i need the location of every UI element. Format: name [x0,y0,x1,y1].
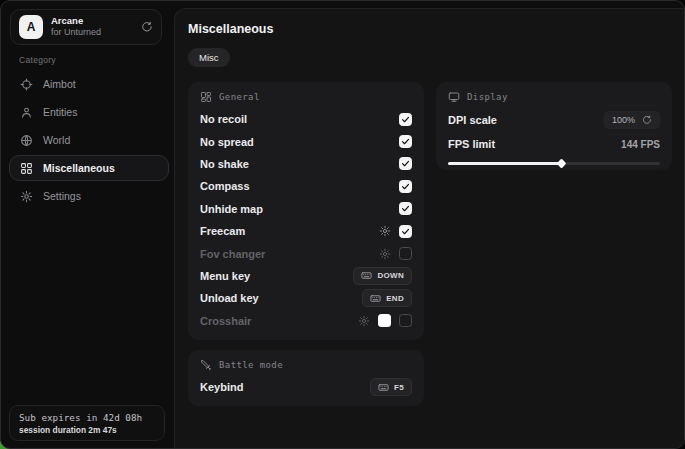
setting-label: Crosshair [200,315,251,327]
fps-limit-slider[interactable] [448,159,660,167]
tab-bar: Misc [188,48,230,67]
gear-icon [20,190,33,203]
monitor-icon [448,91,460,103]
app-meta: Arcane for Unturned [51,15,133,38]
row-controls [399,180,412,193]
setting-label: Menu key [200,270,250,282]
sidebar-item-aimbot[interactable]: Aimbot [9,71,169,97]
row-settings-gear-icon[interactable] [379,225,391,237]
app-avatar: A [19,15,43,39]
general-panel: General No recoilNo spreadNo shakeCompas… [188,82,424,340]
row-controls: END [362,289,412,307]
sidebar-item-label: Miscellaneous [43,162,115,174]
sidebar: A Arcane for Unturned Category AimbotEnt… [1,1,173,448]
keyboard-icon [378,382,389,393]
tab-misc[interactable]: Misc [188,48,230,67]
row-controls [358,314,412,327]
setting-row-crosshair: Crosshair [200,310,412,332]
sidebar-item-label: Entities [43,106,77,118]
setting-label: Unhide map [200,203,263,215]
checkbox[interactable] [399,135,412,148]
tab-label: Misc [199,52,219,63]
setting-label: Freecam [200,225,245,237]
session-duration-text: session duration 2m 47s [19,425,155,435]
display-panel: Display DPI scale 100% FPS limit 144 FPS [436,82,672,170]
crosshair-icon [20,78,33,91]
fps-limit-value: 144 FPS [621,139,660,150]
sidebar-item-entities[interactable]: Entities [9,99,169,125]
row-controls: F5 [370,378,412,396]
sidebar-item-settings[interactable]: Settings [9,183,169,209]
dpi-scale-control[interactable]: 100% [604,111,660,129]
setting-row-no-recoil: No recoil [200,108,412,130]
layout-icon [200,91,212,103]
check-icon [401,182,410,191]
setting-row-fov-changer: Fov changer [200,242,412,264]
setting-label: No spread [200,136,254,148]
setting-label: Keybind [200,381,243,393]
row-controls [399,113,412,126]
slider-handle[interactable] [557,158,567,168]
general-panel-title: General [219,92,260,102]
sidebar-item-miscellaneous[interactable]: Miscellaneous [9,155,169,181]
battle-mode-panel: Battle mode KeybindF5 [188,350,424,406]
main-content: Miscellaneous Misc General No recoilNo s… [174,8,684,448]
setting-label: Unload key [200,292,259,304]
app-subtitle: for Unturned [51,27,133,38]
row-controls: DOWN [353,267,412,285]
check-icon [401,159,410,168]
fps-limit-label: FPS limit [448,138,495,150]
row-controls [399,202,412,215]
app-title: Arcane [51,15,133,27]
battle-panel-header: Battle mode [200,359,412,371]
dpi-scale-label: DPI scale [448,114,497,126]
keyboard-icon [361,270,372,281]
check-icon [401,227,410,236]
globe-icon [20,134,33,147]
sub-expiry-text: Sub expires in 42d 08h [19,412,155,423]
checkbox[interactable] [399,314,412,327]
fps-limit-row: FPS limit 144 FPS [448,132,660,156]
general-panel-header: General [200,91,412,103]
grid-icon [20,162,33,175]
keybind-button[interactable]: DOWN [353,267,412,285]
sword-icon [200,359,212,371]
row-settings-gear-icon[interactable] [358,315,370,327]
gear-icon [379,225,391,237]
row-controls [379,247,412,260]
check-icon [401,115,410,124]
checkbox[interactable] [399,225,412,238]
keybind-button[interactable]: F5 [370,378,412,396]
checkbox[interactable] [399,247,412,260]
row-settings-gear-icon[interactable] [379,248,391,260]
reload-icon[interactable] [141,21,153,33]
checkbox[interactable] [399,157,412,170]
setting-label: No recoil [200,113,247,125]
reset-icon[interactable] [642,111,652,129]
layout-icon [200,91,212,103]
keybind-value: DOWN [377,271,404,280]
checkbox[interactable] [399,202,412,215]
setting-label: Fov changer [200,248,265,260]
setting-row-unhide-map: Unhide map [200,198,412,220]
sidebar-item-world[interactable]: World [9,127,169,153]
display-panel-title: Display [467,92,508,102]
keybind-value: END [386,294,404,303]
battle-panel-title: Battle mode [219,360,283,370]
setting-row-keybind: KeybindF5 [200,376,412,398]
setting-label: Compass [200,180,250,192]
setting-row-freecam: Freecam [200,220,412,242]
setting-row-no-spread: No spread [200,130,412,152]
subscription-info: Sub expires in 42d 08h session duration … [9,405,165,441]
display-panel-header: Display [448,91,660,103]
checkbox[interactable] [399,113,412,126]
slider-fill [448,162,562,165]
row-controls [399,135,412,148]
setting-row-menu-key: Menu keyDOWN [200,265,412,287]
sword-icon [200,359,212,371]
keybind-button[interactable]: END [362,289,412,307]
setting-row-unload-key: Unload keyEND [200,287,412,309]
dpi-scale-row: DPI scale 100% [448,108,660,132]
color-swatch[interactable] [378,314,391,327]
checkbox[interactable] [399,180,412,193]
